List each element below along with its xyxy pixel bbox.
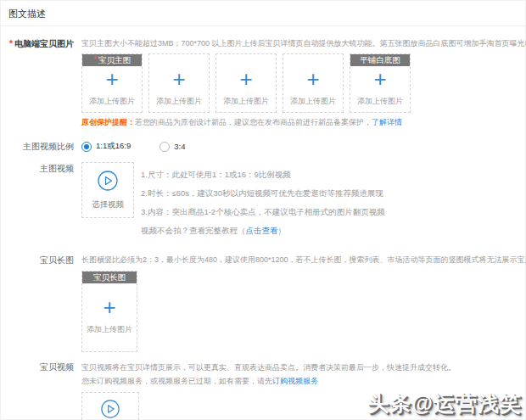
item-video-description-1: 宝贝视频将在宝贝详情页展示，可以更真实、直观表达商品卖点。消费者决策前最后一步，… — [81, 361, 525, 374]
image-uploaders: *宝贝主图 + 添加上传图片 + 添加上传图片 + 添加上传图片 + 添加上 — [81, 53, 525, 113]
radio-selected-icon[interactable] — [81, 142, 92, 152]
long-image-label: 宝贝长图 — [1, 254, 74, 266]
select-video-button[interactable]: 选择视频 — [81, 162, 134, 218]
long-image-description: 长图横竖比必须为2：3，最小长度为480，建议使用800*1200，若不上传长图… — [81, 254, 525, 266]
panel-body: *电脑端宝贝图片 宝贝主图大小不能超过3MB；700*700 以上图片上传后宝贝… — [1, 26, 525, 420]
row-video-ratio: 主图视频比例 1:1或16:9 3:4 — [1, 140, 525, 153]
original-protection-notice: 原创保护提醒：若您的商品为原创设计新品，建议您在发布商品前进行新品备案保护，了解… — [81, 116, 525, 128]
ratio-option-1-1-or-16-9[interactable]: 1:1或16:9 — [81, 141, 131, 152]
item-video-description-2: 您未订购视频服务，或视频服务已过期，如有需要，请先订购视频服务 — [81, 374, 525, 388]
upload-image-button-3[interactable]: + 添加上传图片 — [215, 53, 277, 113]
order-video-service-link[interactable]: 订购视频服务 — [272, 377, 318, 385]
upload-image-button-2[interactable]: + 添加上传图片 — [148, 53, 210, 113]
pc-images-label: *电脑端宝贝图片 — [1, 37, 74, 50]
play-icon — [100, 399, 120, 419]
upload-image-button-4[interactable]: + 添加上传图片 — [283, 53, 344, 113]
long-image-badge: 宝贝长图 — [82, 272, 137, 283]
pc-images-description: 宝贝主图大小不能超过3MB；700*700 以上图片上传后宝贝详情页自动提供放大… — [81, 37, 525, 49]
tip-duration: 2.时长：≤60s，建议30秒以内短视频可优先在爱逛街等推荐频道展现 — [141, 184, 385, 203]
upload-long-image-button[interactable]: 宝贝长图 + 添加上传图片 — [81, 271, 137, 352]
image-text-description-panel: 图文描述 *电脑端宝贝图片 宝贝主图大小不能超过3MB；700*700 以上图片… — [0, 0, 526, 420]
ratio-option-3-4[interactable]: 3:4 — [159, 142, 185, 152]
click-view-link[interactable]: 点击查看 — [246, 226, 278, 235]
upload-white-bg-image-button[interactable]: 平铺白底图 + 添加上传图片 — [350, 53, 411, 113]
upload-main-image-button[interactable]: *宝贝主图 + 添加上传图片 — [81, 53, 143, 113]
plus-icon: + — [306, 68, 319, 90]
tip-size: 1.尺寸：此处可使用1：1或16：9比例视频 — [141, 165, 385, 184]
radio-unselected-icon[interactable] — [159, 142, 170, 152]
panel-header: 图文描述 — [1, 1, 525, 26]
item-video-label: 宝贝视频 — [1, 361, 74, 373]
learn-more-link[interactable]: 了解详情 — [372, 118, 402, 126]
plus-icon: + — [373, 68, 386, 90]
plus-icon: + — [239, 68, 252, 90]
row-pc-images: *电脑端宝贝图片 宝贝主图大小不能超过3MB；700*700 以上图片上传后宝贝… — [1, 37, 525, 128]
main-video-tips: 1.尺寸：此处可使用1：1或16：9比例视频 2.时长：≤60s，建议30秒以内… — [141, 162, 385, 240]
white-bg-image-badge: 平铺白底图 — [350, 54, 410, 66]
plus-icon: + — [172, 68, 185, 90]
play-icon — [97, 170, 119, 192]
plus-icon: + — [105, 68, 118, 90]
notice-prefix: 原创保护提醒： — [81, 118, 135, 126]
plus-icon: + — [103, 296, 115, 318]
main-video-label: 主图视频 — [1, 162, 74, 175]
select-item-video-button[interactable]: 选择视频 — [81, 392, 139, 420]
section-title: 图文描述 — [8, 8, 46, 19]
tip-content: 3.内容：突出商品1-2个核心卖点，不建议电子相册式的图片翻页视频 — [141, 203, 385, 221]
required-asterisk: * — [9, 39, 13, 48]
main-image-badge: *宝贝主图 — [82, 54, 142, 66]
tip-tutorial: 视频不会拍？查看完整教程（点击查看） — [141, 221, 385, 240]
video-ratio-label: 主图视频比例 — [1, 140, 74, 153]
row-main-video: 主图视频 选择视频 1.尺寸：此处可使用1：1或16：9比例视频 2.时长：≤6… — [1, 162, 525, 240]
row-item-video: 宝贝视频 宝贝视频将在宝贝详情页展示，可以更真实、直观表达商品卖点。消费者决策前… — [1, 361, 525, 420]
row-long-image: 宝贝长图 长图横竖比必须为2：3，最小长度为480，建议使用800*1200，若… — [1, 254, 525, 352]
